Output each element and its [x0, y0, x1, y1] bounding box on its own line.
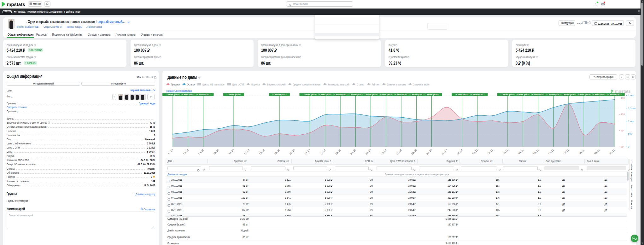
svg-text:30.10: 30.10 — [441, 149, 448, 155]
svg-text:* Смена фото *: * Смена фото * — [272, 93, 287, 96]
svg-text:* Смена фото *: * Смена фото * — [501, 93, 515, 96]
svg-text:* Смена фото *: * Смена фото * — [318, 93, 332, 96]
svg-text:* Смена фото *: * Смена фото * — [364, 93, 378, 96]
svg-text:12.10: 12.10 — [167, 149, 174, 155]
svg-text:10.11: 10.11 — [609, 149, 615, 155]
svg-text:* Смена фото *: * Смена фото * — [166, 93, 180, 96]
svg-text:* Смена фото *: * Смена фото * — [561, 93, 576, 96]
svg-text:22.10: 22.10 — [319, 149, 326, 155]
svg-text:* Смена фото *: * Смена фото * — [303, 93, 317, 96]
svg-text:17.10: 17.10 — [243, 149, 250, 155]
svg-text:14.10: 14.10 — [198, 149, 205, 155]
svg-text:26.10: 26.10 — [380, 149, 387, 155]
svg-text:20.10: 20.10 — [289, 149, 296, 155]
svg-text:09.11: 09.11 — [594, 149, 600, 155]
svg-text:04.11: 04.11 — [518, 149, 524, 155]
svg-text:01.11: 01.11 — [472, 149, 478, 155]
svg-text:21.10: 21.10 — [304, 149, 311, 155]
svg-text:25.10: 25.10 — [365, 149, 372, 155]
svg-text:31.10: 31.10 — [456, 149, 463, 155]
svg-text:18.10: 18.10 — [259, 149, 266, 155]
svg-text:500: 500 — [628, 132, 632, 135]
svg-text:02.11: 02.11 — [487, 149, 494, 155]
svg-text:1,5 тыс: 1,5 тыс — [628, 107, 636, 110]
svg-text:03.11: 03.11 — [502, 149, 509, 155]
svg-text:* Смена фото *: * Смена фото * — [348, 93, 363, 96]
svg-text:* Смена фото *: * Смена фото * — [516, 93, 530, 96]
svg-text:* Смена фото *: * Смена фото * — [409, 93, 424, 96]
svg-text:70: 70 — [621, 129, 624, 132]
svg-text:* Смена фото *: * Смена фото * — [394, 93, 408, 96]
svg-text:05.11: 05.11 — [533, 149, 539, 155]
svg-text:* Смена фото *: * Смена фото * — [333, 93, 348, 96]
svg-text:29.10: 29.10 — [426, 149, 433, 155]
svg-text:* Смена фото *: * Смена фото * — [531, 93, 546, 96]
svg-text:* Смена фото *: * Смена фото * — [470, 93, 485, 96]
svg-text:* Смена фото *: * Смена фото * — [226, 93, 241, 96]
svg-text:23.10: 23.10 — [335, 149, 342, 155]
svg-text:07.11: 07.11 — [563, 149, 570, 155]
svg-text:* Смена фото *: * Смена фото * — [455, 93, 469, 96]
svg-text:16.10: 16.10 — [228, 149, 235, 155]
svg-text:28.10: 28.10 — [411, 149, 418, 155]
svg-text:120: 120 — [621, 113, 625, 116]
svg-text:27.10: 27.10 — [395, 149, 402, 155]
svg-text:19.10: 19.10 — [274, 149, 281, 155]
svg-text:1 тыс: 1 тыс — [628, 120, 634, 123]
svg-text:24.10: 24.10 — [350, 149, 357, 155]
svg-text:06.11: 06.11 — [548, 149, 554, 155]
svg-text:* Смена фото *: * Смена фото * — [181, 93, 196, 96]
svg-text:* Смена фото *: * Смена фото * — [546, 93, 561, 96]
svg-text:* Смена фото *: * Смена фото * — [196, 93, 211, 96]
svg-text:* Смена фото *: * Смена фото * — [577, 93, 591, 96]
svg-text:0: 0 — [628, 145, 629, 148]
svg-text:* Смена фото *: * Смена фото * — [592, 93, 606, 96]
svg-text:20: 20 — [621, 145, 624, 148]
svg-text:* Смена фото *: * Смена фото * — [424, 93, 439, 96]
svg-text:13.10: 13.10 — [182, 149, 189, 155]
svg-text:08.11: 08.11 — [578, 149, 585, 155]
svg-text:* Смена фото *: * Смена фото * — [607, 93, 622, 96]
svg-text:15.10: 15.10 — [213, 149, 220, 155]
svg-text:170: 170 — [621, 97, 625, 100]
svg-text:2 тыс: 2 тыс — [628, 94, 634, 97]
svg-text:* Смена фото *: * Смена фото * — [379, 93, 393, 96]
